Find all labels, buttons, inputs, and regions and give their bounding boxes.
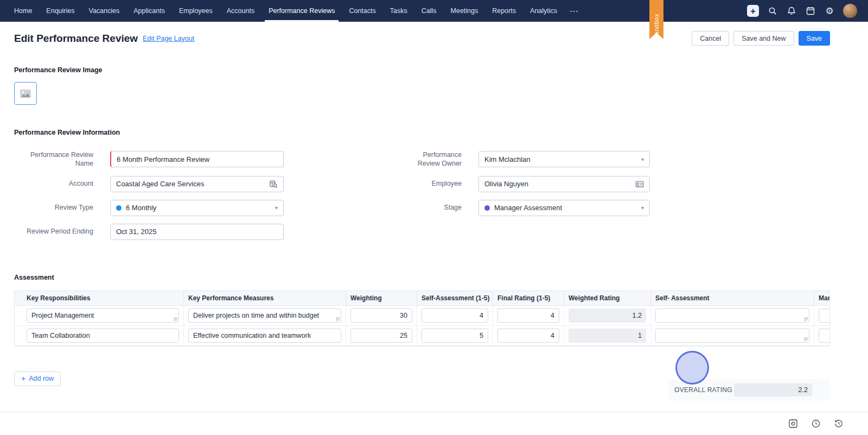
nav-item-analytics[interactable]: Analytics — [523, 0, 564, 22]
table-cell — [814, 306, 830, 326]
header-actions: Cancel Save and New Save — [692, 31, 830, 46]
save-button[interactable]: Save — [799, 31, 831, 46]
search-button[interactable] — [767, 5, 778, 16]
nav-item-employees[interactable]: Employees — [172, 0, 220, 22]
table-cell: 5 — [417, 326, 493, 346]
cancel-button[interactable]: Cancel — [692, 31, 729, 46]
input-value: 4 — [480, 312, 483, 319]
stage-label: Stage — [402, 203, 462, 212]
weighting-input[interactable]: 30 — [350, 308, 412, 323]
refresh-icon — [788, 419, 798, 428]
selected-value: Kim Mclachlan — [484, 155, 637, 163]
nav-item-accounts[interactable]: Accounts — [220, 0, 261, 22]
manager-assessment-textarea[interactable] — [819, 308, 830, 323]
table-cell: 1 — [564, 326, 651, 346]
bell-icon — [787, 6, 796, 16]
input-value: Team Collaboration — [31, 332, 90, 339]
nav-item-home[interactable]: Home — [7, 0, 39, 22]
image-section-title: Performance Review Image — [14, 66, 830, 74]
nav-item-contacts[interactable]: Contacts — [342, 0, 382, 22]
account-lookup-input[interactable]: Coastal Aged Care Services — [110, 176, 284, 192]
input-value: 5 — [480, 332, 483, 339]
save-and-new-button[interactable]: Save and New — [733, 31, 794, 46]
col-header-manager-assessment: Mana — [814, 291, 830, 306]
input-value: 4 — [551, 312, 554, 319]
assessment-section-title: Assessment — [14, 274, 830, 281]
assessment-section: Assessment Key Responsibilities Key Perf… — [14, 274, 830, 401]
page-title: Edit Performance Review — [14, 33, 138, 45]
col-header-final-rating: Final Rating (1-5) — [493, 291, 564, 306]
nav-item-performance-reviews[interactable]: Performance Reviews — [261, 0, 342, 22]
input-value: 6 Month Performance Review — [117, 155, 278, 163]
edit-page-layout-link[interactable]: Edit Page Layout — [143, 35, 194, 42]
nav-item-vacancies[interactable]: Vacancies — [81, 0, 126, 22]
input-value: Effective communication and teamwork — [193, 332, 311, 339]
resize-grip-icon[interactable] — [174, 317, 177, 321]
owner-select[interactable]: Kim Mclachlan ▾ — [478, 151, 650, 167]
account-lookup-icon[interactable] — [269, 180, 278, 188]
nav-more-button[interactable]: ⋯ — [564, 0, 584, 22]
table-cell: Deliver projects on time and within budg… — [184, 306, 346, 326]
history-button[interactable] — [833, 419, 844, 429]
settings-button[interactable]: ⚙ — [824, 5, 835, 16]
nav-item-calls[interactable]: Calls — [414, 0, 444, 22]
employee-lookup-icon[interactable] — [635, 180, 644, 188]
field-review-type: Review Type 6 Monthly ▾ — [14, 200, 284, 216]
final-rating-input[interactable]: 4 — [497, 308, 559, 323]
responsibility-input[interactable]: Project Management — [27, 308, 179, 323]
col-header-weighted-rating: Weighted Rating — [564, 291, 651, 306]
readonly-value: 2.2 — [799, 386, 808, 394]
col-header-weighting: Weighting — [346, 291, 417, 306]
measure-input[interactable]: Deliver projects on time and within budg… — [188, 308, 341, 323]
weighting-input[interactable]: 25 — [350, 329, 412, 343]
field-stage: Stage Manager Assessment ▾ — [402, 200, 650, 216]
nav-item-enquiries[interactable]: Enquiries — [39, 0, 81, 22]
performance-review-name-input[interactable]: 6 Month Performance Review — [110, 151, 284, 167]
refresh-button[interactable] — [788, 419, 798, 429]
image-section: Performance Review Image — [14, 66, 830, 105]
weighted-rating-value: 1 — [569, 329, 646, 343]
table-cell: 1.2 — [564, 306, 651, 326]
add-button[interactable]: + — [747, 5, 759, 17]
gear-icon: ⚙ — [825, 7, 833, 16]
employee-lookup-input[interactable]: Olivia Nguyen — [478, 176, 650, 192]
clock-button[interactable] — [810, 419, 821, 429]
nav-item-applicants[interactable]: Applicants — [126, 0, 172, 22]
responsibility-input[interactable]: Team Collaboration — [27, 329, 179, 343]
form-column-left: Performance Review Name 6 Month Performa… — [14, 150, 284, 248]
self-rating-input[interactable]: 4 — [422, 308, 488, 323]
review-type-select[interactable]: 6 Monthly ▾ — [110, 200, 284, 216]
review-image-placeholder[interactable] — [14, 82, 37, 105]
review-period-ending-input[interactable]: Oct 31, 2025 — [110, 224, 284, 240]
resize-grip-icon[interactable] — [336, 317, 340, 321]
nav-item-tasks[interactable]: Tasks — [383, 0, 414, 22]
add-row-button[interactable]: + Add row — [14, 371, 61, 386]
resize-grip-icon[interactable] — [804, 317, 808, 321]
assessment-table-grid: Key Responsibilities Key Performance Mea… — [15, 291, 830, 346]
table-cell: 4 — [417, 306, 493, 326]
plus-icon: + — [21, 375, 25, 382]
self-assessment-textarea[interactable] — [655, 329, 809, 343]
weighted-rating-value: 1.2 — [569, 308, 646, 323]
manager-assessment-textarea[interactable] — [819, 329, 830, 343]
table-cell: 4 — [493, 326, 564, 346]
calendar-button[interactable] — [805, 5, 816, 16]
input-value: Deliver projects on time and within budg… — [193, 312, 319, 319]
user-avatar[interactable] — [843, 4, 857, 18]
info-section-title: Performance Review Information — [14, 129, 830, 136]
stage-dot-icon — [484, 205, 490, 211]
self-assessment-textarea[interactable] — [655, 308, 809, 323]
nav-menu: Home Enquiries Vacancies Applicants Empl… — [7, 0, 584, 22]
self-rating-input[interactable]: 5 — [422, 329, 488, 343]
resize-grip-icon[interactable] — [804, 337, 808, 341]
table-cell: Project Management — [15, 306, 184, 326]
final-rating-input[interactable]: 4 — [497, 329, 559, 343]
measure-input[interactable]: Effective communication and teamwork — [188, 329, 341, 343]
nav-item-meetings[interactable]: Meetings — [444, 0, 486, 22]
notifications-button[interactable] — [786, 5, 797, 16]
nav-actions: + ⚙ — [747, 4, 857, 18]
nav-item-reports[interactable]: Reports — [485, 0, 523, 22]
field-owner: Performance Review Owner Kim Mclachlan ▾ — [402, 150, 650, 168]
stage-select[interactable]: Manager Assessment ▾ — [478, 200, 650, 216]
selected-value: Manager Assessment — [494, 204, 637, 212]
